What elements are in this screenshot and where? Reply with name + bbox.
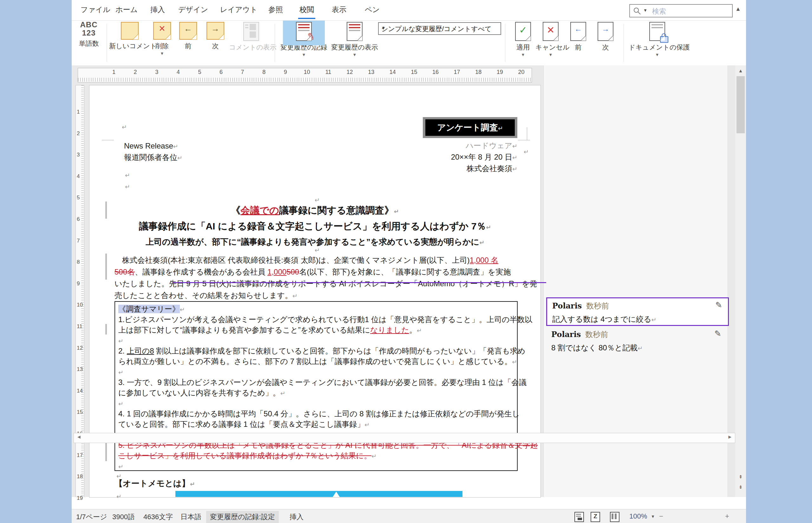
vertical-scrollbar[interactable]: ▲ ⇞ ⇟ [735,65,746,497]
accept-dropdown-icon[interactable]: ▼ [512,52,534,57]
doc-line[interactable]: 売したことと合わせ、その結果をお知らせします。↵ [114,289,298,302]
summary-line[interactable]: こしサービス」を利用している議事録作成者はわずか 7％という結果に。↵ [118,450,377,462]
previous-change-button[interactable]: ← 前 [567,21,589,52]
comment-text[interactable]: 記入する数は 4つまでに絞る↵ [552,314,656,324]
delete-dropdown-icon[interactable]: ▼ [150,51,174,56]
doc-title-3[interactable]: 上司の過半数が、部下に“議事録よりも発言や参加すること”を求めている実態が明らか… [90,236,541,248]
survey-banner[interactable]: アンケート調査↵ [423,117,517,138]
previous-comment-button[interactable]: ← 前 [177,21,199,51]
collapse-ribbon-icon[interactable]: ▲ [735,6,741,12]
track-changes-button[interactable]: ✎ 変更履歴の記録 ▼ [279,21,329,57]
company-line[interactable]: 株式会社奏須↵ [467,163,517,174]
summary-line[interactable]: ↵ [118,461,124,472]
status-page-count[interactable]: 1/7ページ [76,512,107,522]
new-comment-button[interactable]: 新しいコメント [109,21,150,51]
page-up-icon[interactable]: ⇞ [735,474,746,480]
changes-display-mode-combo[interactable]: シンプルな変更履歴/コメントすべて ▼ [378,22,501,35]
doc-line[interactable]: いたしました。先日 9 月 5 日(火)に議事録の作成をサポートする AI ボイ… [114,278,537,289]
protect-document-button[interactable]: ドキュメントの保護 ▼ [629,21,686,57]
date-line[interactable]: 20××年 8 月 20 日↵ [451,152,517,162]
status-char-count[interactable]: 4636文字 [144,512,173,522]
scroll-up-icon[interactable]: ▲ [735,68,746,73]
summary-line[interactable]: ↵ [118,398,124,409]
web-layout-view-icon[interactable]: Z [591,512,600,522]
show-changes-button[interactable]: 変更履歴の表示 ▼ [329,21,380,57]
edit-comment-icon[interactable]: ✎ [714,329,721,339]
doc-title-2[interactable]: 議事録作成に「AI による録音＆文字起こしサービス」を利用する人はわずか 7％↵ [90,220,541,233]
ruler-number: 3 [77,152,80,158]
reject-change-button[interactable]: ✕ キャンセル ▼ [535,21,566,57]
survey-summary-box[interactable]: 《調査サマリー》↵1.ビジネスパーソンが考える会議やミーティングで求められている… [114,301,518,471]
show-changes-dropdown-icon[interactable]: ▼ [329,52,380,57]
tab-home[interactable]: ホーム [114,0,139,19]
search-box[interactable]: ▼ 検索 [629,4,733,17]
delete-comment-button[interactable]: ✕ 削除 ▼ [150,21,174,56]
tab-review[interactable]: 校閲 [298,0,316,19]
zoom-in-icon[interactable]: + [725,512,729,521]
page-down-icon[interactable]: ⇟ [735,484,746,490]
status-word-count[interactable]: 3900語 [112,512,135,522]
zoom-dropdown-icon[interactable]: ▼ [651,514,655,519]
ruler-number: 7 [241,69,244,75]
tab-insert[interactable]: 挿入 [148,0,167,19]
search-dropdown-icon[interactable]: ▼ [643,8,647,13]
reject-dropdown-icon[interactable]: ▼ [535,52,566,57]
summary-line[interactable]: られ両立が難しい」との不満も。さらに、部下の 7 割以上は「議事録作成のせいで発… [118,356,517,367]
automemo-heading[interactable]: 【オートメモとは】↵ [114,478,195,489]
automemo-banner-image[interactable] [175,491,462,497]
tab-design[interactable]: デザイン [176,0,210,19]
summary-line[interactable]: ↵ [118,335,124,346]
horizontal-ruler[interactable]: 1234567891011121314151617181920 [78,68,532,83]
comment-card[interactable]: Polaris数秒前 ✎ 8 割ではなく 80％と記載↵ [546,327,727,354]
track-changes-dropdown-icon[interactable]: ▼ [279,52,329,57]
ruler-number: 14 [390,69,396,75]
ruler-number: 2 [77,130,80,137]
protect-dropdown-icon[interactable]: ▼ [629,52,686,57]
word-count-button[interactable]: ABC 123 単語数 [76,21,101,48]
edit-comment-icon[interactable]: ✎ [715,300,722,310]
ruler-number: 11 [325,69,332,75]
zoom-level[interactable]: 100% [629,512,647,521]
summary-line[interactable]: ていると回答。部下に求める議事録 1 位は「要点＆文字起こし議事録」↵ [118,419,370,430]
accept-change-button[interactable]: ✓ 適用 ▼ [512,21,534,57]
next-comment-button[interactable]: → 次 [204,21,226,51]
summary-line[interactable]: 1.ビジネスパーソンが考える会議やミーティングで求められている行動1 位は「意見… [118,314,532,325]
status-insert-mode[interactable]: 挿入 [289,512,304,522]
status-track-changes[interactable]: 変更履歴の記録:設定 [206,511,279,523]
ribbon-toolbar: ABC 123 単語数 新しいコメント ✕ 削除 ▼ ← 前 → 次 [72,21,746,66]
next-change-button[interactable]: → 次 [594,21,617,52]
summary-line[interactable]: 《調査サマリー》↵ [118,304,185,315]
doc-line[interactable]: 500名、議事録を作成する機会がある会社員 1,000500名(以下、部下)を対… [114,266,511,278]
summary-line[interactable]: 上は部下に対して“議事録よりも発言や参加すること”を求めている結果になりました。… [118,325,422,336]
paragraph-mark: ↵ [315,196,320,204]
summary-line[interactable]: 2. 上司の8 割以上は議事録作成を部下に依頼していると回答。部下からは「作成の… [118,346,525,356]
scroll-left-icon[interactable]: ◄ [76,434,81,440]
news-release-line[interactable]: News Release↵ [124,141,178,152]
ruler-number: 6 [77,216,80,222]
hardware-line[interactable]: ハードウェア↵ [466,141,517,151]
doc-line[interactable]: 株式会社奏須(本社:東京都港区 代表取締役社長:奏須 太郎)は、企業で働くマネジ… [114,254,498,266]
horizontal-scrollbar[interactable]: ◄ ► [74,433,735,443]
tab-layout[interactable]: レイアウト [218,0,260,19]
comment-author: Polaris [551,330,581,339]
ruler-number: 9 [284,69,287,75]
scroll-right-icon[interactable]: ► [727,434,732,440]
press-line[interactable]: 報道関係者各位↵ [124,152,182,163]
comment-card[interactable]: Polaris数秒前 ✎ 記入する数は 4つまでに絞る↵ [546,297,729,326]
doc-title-1[interactable]: 《会議での議事録に関する意識調査》↵ [90,204,541,217]
comment-text[interactable]: 8 割ではなく 80％と記載↵ [551,343,643,353]
vertical-scroll-thumb[interactable] [737,76,745,133]
tab-references[interactable]: 参照 [266,0,285,19]
print-layout-view-icon[interactable] [574,512,584,522]
summary-line[interactable]: ↵ [118,366,124,378]
tab-view[interactable]: 表示 [330,0,348,19]
summary-line[interactable]: 4. 1 回の議事録作成にかかる時間は平均「50.4 分」。さらに、上司の 8 … [118,409,520,419]
status-language[interactable]: 日本語 [181,512,202,522]
summary-line[interactable]: 3. 一方で、9 割以上のビジネスパーソンが会議やミーティングにおいて議事録が必… [118,377,527,387]
column-view-icon[interactable] [610,512,620,522]
zoom-out-icon[interactable]: − [659,512,663,521]
tab-file[interactable]: ファイル [79,0,112,19]
combo-dropdown-icon[interactable]: ▼ [381,25,498,31]
tab-pen[interactable]: ペン [363,0,382,19]
summary-line[interactable]: に参加していない人に内容を共有するため」。↵ [118,387,285,399]
